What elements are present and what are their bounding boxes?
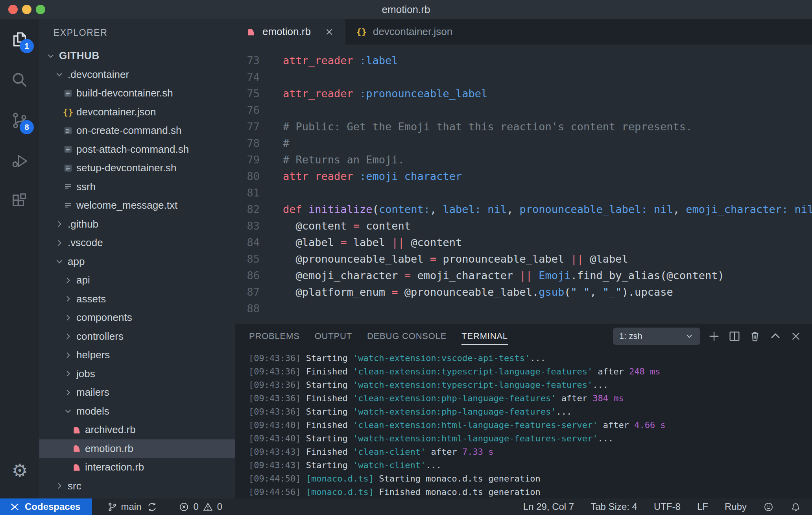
code-line-84[interactable]: 84 @label = label || @content: [235, 234, 812, 251]
tree-item-label: components: [76, 311, 132, 324]
tree-item-archived-rb[interactable]: archived.rb: [39, 421, 235, 439]
sync-button[interactable]: [147, 502, 157, 512]
zoom-window-button[interactable]: [36, 5, 45, 14]
tree-item-helpers[interactable]: helpers: [39, 346, 235, 365]
code-text: @content = content: [283, 218, 411, 234]
code-line-75[interactable]: 75attr_reader :pronounceable_label: [235, 85, 812, 102]
code-line-76[interactable]: 76: [235, 102, 812, 119]
code-line-83[interactable]: 83 @content = content: [235, 218, 812, 234]
chevron-down-icon: [685, 332, 694, 341]
line-number: 84: [235, 234, 260, 251]
code-line-79[interactable]: 79# Returns an Emoji.: [235, 152, 812, 168]
codespaces-remote-button[interactable]: Codespaces: [0, 498, 92, 515]
terminal-shell-select[interactable]: 1: zsh: [613, 328, 700, 345]
code-line-85[interactable]: 85 @pronounceable_label = pronounceable_…: [235, 251, 812, 267]
code-line-81[interactable]: 81: [235, 185, 812, 201]
close-window-button[interactable]: [8, 5, 18, 14]
language-mode[interactable]: Ruby: [725, 501, 747, 512]
tab-size-indicator[interactable]: Tab Size: 4: [591, 501, 637, 512]
tree-item-devcontainer-json[interactable]: {}devcontainer.json: [39, 103, 235, 122]
settings-gear-button[interactable]: ⚙: [0, 450, 39, 491]
text-file-icon: [63, 200, 73, 211]
tree-item-assets[interactable]: assets: [39, 290, 235, 309]
tab-devcontainer-json[interactable]: {} devcontainer.json: [345, 19, 463, 44]
tree-item-controllers[interactable]: controllers: [39, 327, 235, 346]
code-line-80[interactable]: 80attr_reader :emoji_character: [235, 168, 812, 185]
code-text: # Returns an Emoji.: [283, 152, 404, 168]
notifications-button[interactable]: [790, 502, 801, 512]
minimize-window-button[interactable]: [22, 5, 31, 14]
line-number: 75: [235, 85, 260, 102]
line-number: 78: [235, 135, 260, 152]
tree-item-ssrh[interactable]: ssrh: [39, 178, 235, 196]
tree-item--vscode[interactable]: .vscode: [39, 233, 235, 252]
code-line-78[interactable]: 78#: [235, 135, 812, 152]
tree-item--devcontainer[interactable]: .devcontainer: [39, 65, 235, 84]
line-number: 86: [235, 267, 260, 284]
terminal-line: [09:43:36] Finished 'clean-extension:php…: [249, 392, 812, 405]
tree-item-api[interactable]: api: [39, 271, 235, 290]
close-panel-button[interactable]: [789, 330, 803, 343]
panel-tab-terminal[interactable]: TERMINAL: [461, 324, 508, 348]
code-line-86[interactable]: 86 @emoji_character = emoji_character ||…: [235, 267, 812, 284]
panel-tab-output[interactable]: OUTPUT: [315, 324, 352, 348]
tree-item-components[interactable]: components: [39, 308, 235, 327]
gear-icon: ⚙: [11, 461, 28, 480]
tree-item-label: archived.rb: [85, 424, 136, 436]
terminal-output[interactable]: [09:43:36] Starting 'watch-extension:vsc…: [235, 348, 812, 498]
activity-item-source-control[interactable]: 8: [0, 100, 39, 141]
tab-emotion-rb[interactable]: emotion.rb: [235, 19, 345, 44]
tree-item-models[interactable]: models: [39, 402, 235, 421]
tree-item-github[interactable]: GITHUB: [39, 46, 235, 65]
kill-terminal-button[interactable]: [748, 330, 762, 343]
tree-item-setup-devcontainer-sh[interactable]: setup-devcontainer.sh: [39, 159, 235, 178]
explorer-sidebar: EXPLORER GITHUB.devcontainerbuild-devcon…: [39, 19, 235, 498]
smiley-icon: [763, 502, 774, 512]
code-line-82[interactable]: 82def initialize(content:, label: nil, p…: [235, 201, 812, 218]
code-line-87[interactable]: 87 @platform_enum = @pronounceable_label…: [235, 284, 812, 300]
cursor-position[interactable]: Ln 29, Col 7: [523, 501, 574, 512]
code-text: attr_reader :label: [283, 52, 398, 69]
activity-item-run-debug[interactable]: [0, 141, 39, 181]
tree-item-jobs[interactable]: jobs: [39, 365, 235, 383]
panel-tab-debug-console[interactable]: DEBUG CONSOLE: [367, 324, 447, 348]
tree-item-interaction-rb[interactable]: interaction.rb: [39, 458, 235, 477]
activity-item-search[interactable]: [0, 59, 39, 100]
activity-item-extensions[interactable]: [0, 181, 39, 222]
tree-item-mailers[interactable]: mailers: [39, 383, 235, 402]
code-editor[interactable]: 73attr_reader :label7475attr_reader :pro…: [235, 44, 812, 324]
tree-item-welcome-message-txt[interactable]: welcome_message.txt: [39, 196, 235, 215]
chevron-right-icon: [63, 313, 73, 323]
code-text: @emoji_character = emoji_character || Em…: [283, 267, 724, 284]
search-icon: [11, 71, 29, 89]
tree-item-build-devcontainer-sh[interactable]: build-devcontainer.sh: [39, 84, 235, 103]
new-terminal-button[interactable]: [707, 330, 721, 343]
tree-item-on-create-command-sh[interactable]: on-create-command.sh: [39, 121, 235, 140]
json-file-icon: {}: [356, 27, 367, 37]
code-line-77[interactable]: 77# Public: Get the Emoji that this reac…: [235, 119, 812, 135]
shell-file-icon: [63, 163, 73, 173]
panel-tab-bar: PROBLEMS OUTPUT DEBUG CONSOLE TERMINAL 1…: [235, 324, 812, 348]
code-line-74[interactable]: 74: [235, 69, 812, 85]
tree-item-src[interactable]: src: [39, 477, 235, 496]
warning-count: 0: [217, 501, 222, 512]
tree-item--github[interactable]: .github: [39, 215, 235, 234]
maximize-panel-button[interactable]: [769, 330, 782, 343]
split-terminal-button[interactable]: [728, 330, 741, 343]
code-line-88[interactable]: 88: [235, 300, 812, 317]
chevron-right-icon: [63, 331, 73, 341]
branch-button[interactable]: main: [107, 501, 141, 512]
problems-button[interactable]: 0 0: [179, 501, 222, 512]
panel-tab-problems[interactable]: PROBLEMS: [249, 324, 300, 348]
feedback-button[interactable]: [763, 502, 774, 512]
tree-item-app[interactable]: app: [39, 252, 235, 271]
ruby-file-icon: [72, 425, 82, 435]
eol-indicator[interactable]: LF: [697, 501, 708, 512]
sync-icon: [147, 502, 157, 512]
activity-item-explorer[interactable]: 1: [0, 19, 39, 59]
close-tab-icon[interactable]: [324, 27, 334, 37]
encoding-indicator[interactable]: UTF-8: [654, 501, 681, 512]
tree-item-post-attach-command-sh[interactable]: post-attach-command.sh: [39, 140, 235, 159]
tree-item-emotion-rb[interactable]: emotion.rb: [39, 439, 235, 458]
code-line-73[interactable]: 73attr_reader :label: [235, 52, 812, 69]
